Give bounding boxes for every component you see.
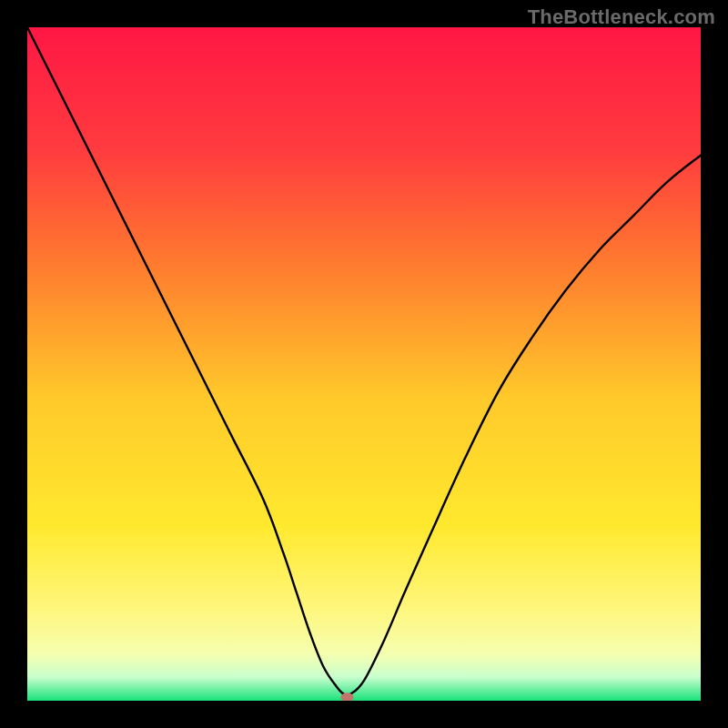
chart-frame: TheBottleneck.com [0, 0, 728, 728]
bottleneck-chart [27, 27, 701, 701]
watermark-text: TheBottleneck.com [528, 5, 715, 29]
gradient-background [27, 27, 701, 701]
